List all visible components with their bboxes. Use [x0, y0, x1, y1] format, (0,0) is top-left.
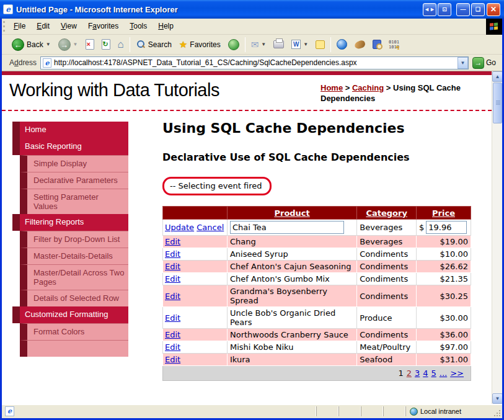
capture-button[interactable] [351, 35, 369, 54]
sort-link-category[interactable]: Category [366, 208, 407, 218]
category-cell: Produce [357, 307, 417, 329]
pager-link-3[interactable]: 3 [415, 369, 420, 378]
home-button[interactable]: ⌂ [114, 35, 128, 54]
table-row: EditGrandma's Boysenberry SpreadCondimen… [163, 285, 471, 307]
menu-item-tools[interactable]: Tools [124, 19, 153, 34]
sidebar-item-filter-by-drop-down-list[interactable]: Filter by Drop-Down List [20, 231, 128, 248]
pager-link-2[interactable]: 2 [407, 369, 412, 378]
scroll-up-icon[interactable]: ▲ [492, 71, 502, 82]
edit-link[interactable]: Edit [165, 330, 180, 339]
edit-cell: Edit [163, 248, 228, 261]
product-name-input[interactable] [230, 221, 344, 234]
research-button[interactable] [369, 35, 385, 54]
forward-button[interactable]: → ▼ [55, 35, 82, 54]
sidebar-item-filtering-reports[interactable]: Filtering Reports [12, 214, 128, 231]
column-header-category: Category [357, 207, 417, 220]
back-dropdown-icon[interactable]: ▼ [46, 42, 51, 47]
pager: 12345...>> [163, 366, 471, 381]
messenger-button[interactable] [333, 35, 351, 54]
status-pane [383, 406, 405, 416]
sort-link-product[interactable]: Product [274, 208, 309, 218]
favorites-label: Favorites [190, 40, 220, 49]
go-button[interactable]: → Go [469, 57, 500, 69]
discuss-button[interactable] [312, 35, 329, 54]
back-button[interactable]: ← Back ▼ [8, 35, 55, 54]
price-edit-cell: $ [417, 220, 471, 236]
pager-link-[interactable]: >> [450, 369, 464, 378]
edit-link[interactable]: Edit [165, 249, 180, 259]
print-button[interactable] [270, 35, 288, 54]
minimize-button[interactable]: — [456, 3, 470, 16]
sidebar-item-master-details-details[interactable]: Master-Details-Details [20, 248, 128, 264]
cancel-link[interactable]: Cancel [197, 223, 224, 232]
mail-dropdown-icon[interactable]: ▼ [261, 42, 266, 47]
status-pane [361, 406, 383, 416]
mail-button[interactable]: ✉▼ [247, 35, 270, 54]
sidebar-item-basic-reporting[interactable]: Basic Reporting [12, 138, 128, 155]
forward-dropdown-icon[interactable]: ▼ [73, 42, 78, 47]
history-button[interactable] [224, 35, 243, 54]
encoding-button[interactable]: 01011010 [385, 35, 403, 54]
edit-link[interactable]: Edit [165, 313, 180, 323]
update-link[interactable]: Update [165, 223, 194, 232]
column-header-price: Price [417, 207, 471, 220]
sidebar-item-simple-display[interactable]: Simple Display [20, 155, 128, 172]
address-bar: Address e ▼ → Go [2, 55, 502, 71]
sidebar-item-customized-formatting[interactable]: Customized Formatting [12, 306, 128, 323]
column-header-product: Product [227, 207, 356, 220]
menu-item-file[interactable]: File [8, 19, 31, 34]
scrollbar-thumb[interactable] [493, 83, 502, 123]
edit-link[interactable]: Edit [165, 237, 180, 246]
close-button[interactable]: ✕ [487, 3, 500, 16]
sidebar-item-format-colors[interactable]: Format Colors [20, 323, 128, 340]
search-button[interactable]: Search [132, 35, 175, 54]
breadcrumb-link-caching[interactable]: Caching [352, 83, 384, 92]
sidebar-item-master-detail-across-two-pages[interactable]: Master/Detail Across Two Pages [20, 264, 128, 290]
stop-button[interactable]: × [82, 35, 98, 54]
sidebar-item-home[interactable]: Home [12, 122, 128, 138]
table-row: EditNorthwoods Cranberry SauceCondiments… [163, 329, 471, 341]
pan-arrows-button[interactable]: ◄► [423, 3, 436, 16]
product-cell: Chef Anton's Cajun Seasoning [227, 261, 356, 273]
edit-link[interactable]: Edit [165, 342, 180, 352]
menu-item-edit[interactable]: Edit [31, 19, 55, 34]
address-input[interactable] [54, 58, 458, 67]
sidebar-item-declarative-parameters[interactable]: Declarative Parameters [20, 172, 128, 189]
edit-link[interactable]: Edit [165, 292, 180, 301]
product-cell: Northwoods Cranberry Sauce [227, 329, 356, 341]
sort-link-price[interactable]: Price [432, 208, 455, 218]
edit-dropdown-icon[interactable]: ▼ [303, 42, 308, 47]
edit-link[interactable]: Edit [165, 274, 180, 284]
binary-icon: 01011010 [389, 40, 399, 50]
main-content: Using SQL Cache Dependencies Declarative… [162, 120, 472, 381]
price-input[interactable] [426, 221, 467, 234]
pager-link-[interactable]: ... [440, 369, 447, 378]
favorites-button[interactable]: ★ Favorites [175, 35, 224, 54]
category-cell: Condiments [357, 285, 417, 307]
vertical-scrollbar[interactable]: ▲ ▼ [492, 71, 502, 404]
edit-link[interactable]: Edit [165, 262, 180, 271]
edit-link[interactable]: Edit [165, 355, 180, 364]
popout-window-button[interactable]: ⊡ [438, 3, 451, 16]
pager-link-4[interactable]: 4 [423, 369, 428, 378]
scroll-down-icon[interactable]: ▼ [492, 393, 502, 404]
messenger-icon [337, 39, 347, 50]
menu-item-help[interactable]: Help [153, 19, 179, 34]
ie-throbber [486, 19, 502, 35]
table-row: EditUncle Bob's Organic Dried PearsProdu… [163, 307, 471, 329]
product-cell: Uncle Bob's Organic Dried Pears [227, 307, 356, 329]
resize-grip[interactable] [492, 408, 501, 417]
menubar-grip[interactable] [3, 21, 7, 32]
address-dropdown-icon[interactable]: ▼ [458, 57, 468, 69]
refresh-button[interactable]: ↻ [98, 35, 114, 54]
sidebar-item-details-of-selected-row[interactable]: Details of Selected Row [20, 290, 128, 306]
maximize-button[interactable]: ❏ [471, 3, 485, 16]
edit-with-word-button[interactable]: W▼ [288, 35, 312, 54]
pager-row: 12345...>> [163, 366, 471, 381]
pager-link-5[interactable]: 5 [431, 369, 436, 378]
status-pane [316, 406, 338, 416]
breadcrumb-link-home[interactable]: Home [321, 83, 343, 92]
menu-item-view[interactable]: View [55, 19, 82, 34]
sidebar-item-setting-parameter-values[interactable]: Setting Parameter Values [20, 189, 128, 214]
menu-item-favorites[interactable]: Favorites [82, 19, 124, 34]
